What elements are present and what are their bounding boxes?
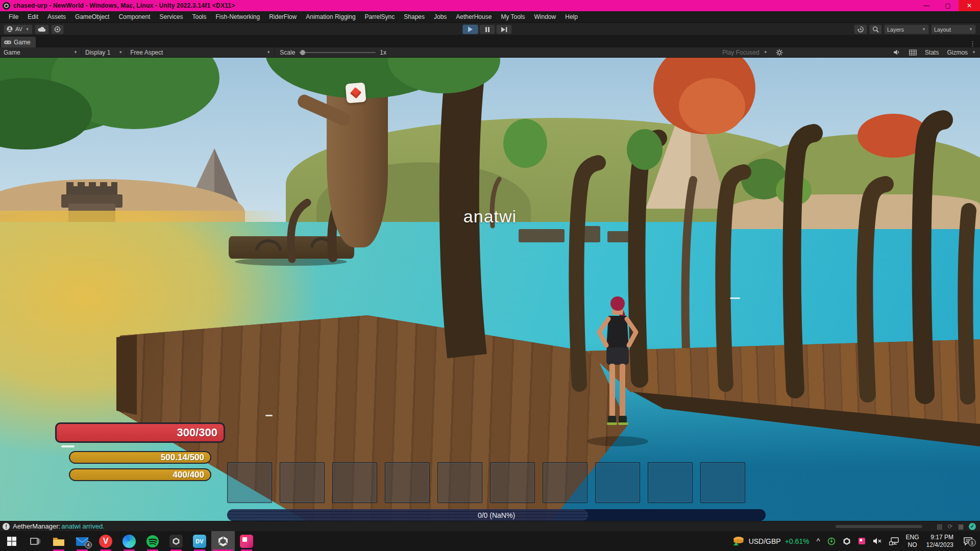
aspect-dropdown[interactable]: Free Aspect ▼ xyxy=(127,47,275,58)
version-control-button[interactable] xyxy=(51,24,64,34)
play-icon xyxy=(468,27,473,32)
menu-parrelsync[interactable]: ParrelSync xyxy=(360,11,400,23)
scale-slider[interactable] xyxy=(299,52,376,53)
menu-riderflow[interactable]: RiderFlow xyxy=(264,11,301,23)
hotbar-slot[interactable] xyxy=(490,462,535,503)
mute-audio-button[interactable] xyxy=(889,47,905,58)
menu-help[interactable]: Help xyxy=(560,11,582,23)
edge-icon xyxy=(122,535,136,548)
layers-dropdown[interactable]: Layers ▼ xyxy=(884,24,929,34)
start-button[interactable] xyxy=(0,531,23,551)
dv-app-button[interactable]: DV xyxy=(188,531,211,551)
gizmos-dropdown[interactable]: Gizmos ▼ xyxy=(943,47,980,58)
frame-debugger-button[interactable] xyxy=(905,47,921,58)
tab-options-kebab[interactable]: ⋮ xyxy=(965,40,980,47)
search-button[interactable] xyxy=(869,24,882,34)
maximize-button[interactable]: ▢ xyxy=(937,0,959,11)
view-tabbar: Game ⋮ xyxy=(0,36,980,47)
hotbar-slot[interactable] xyxy=(280,462,325,503)
refresh-icon[interactable]: ⟳ xyxy=(948,523,953,530)
health-value: 300/300 xyxy=(177,426,217,439)
spotify-icon xyxy=(146,535,159,548)
tray-unity-hub-icon[interactable] xyxy=(843,537,851,545)
hotbar-slot[interactable] xyxy=(385,462,430,503)
language-indicator[interactable]: ENG NO xyxy=(906,534,919,549)
experience-value: 0/0 (NaN%) xyxy=(478,511,515,519)
pause-button[interactable] xyxy=(479,24,495,34)
game-viewport[interactable]: anatwi 300/300 500.14/500 400/400 0/0 (N… xyxy=(0,58,980,521)
menu-services[interactable]: Services xyxy=(155,11,187,23)
account-label: AV xyxy=(15,26,22,32)
mail-badge: 4 xyxy=(85,541,92,548)
stock-widget[interactable]: USD/GBP +0.61% xyxy=(731,535,810,547)
experience-bar-fill xyxy=(227,509,588,521)
chevron-down-icon: ▼ xyxy=(266,50,271,55)
vsync-gear-button[interactable] xyxy=(772,47,787,58)
cache-server-icon[interactable]: ▤ xyxy=(937,523,942,530)
layout-dropdown[interactable]: Layout ▼ xyxy=(931,24,976,34)
menu-my-tools[interactable]: My Tools xyxy=(496,11,529,23)
unity-editor-button[interactable] xyxy=(211,531,235,551)
foliage-green xyxy=(503,119,547,168)
menu-gameobject[interactable]: GameObject xyxy=(70,11,114,23)
hotbar-slot[interactable] xyxy=(595,462,640,503)
stats-button[interactable]: Stats xyxy=(921,47,943,58)
mail-button[interactable]: 4 xyxy=(70,531,94,551)
tab-game[interactable]: Game xyxy=(1,37,36,47)
menu-jobs[interactable]: Jobs xyxy=(429,11,451,23)
hotbar-slot[interactable] xyxy=(227,462,272,503)
file-explorer-button[interactable] xyxy=(47,531,70,551)
network-icon[interactable] xyxy=(889,537,899,545)
notification-badge: 1 xyxy=(968,539,976,546)
hotbar-slot[interactable] xyxy=(332,462,377,503)
menu-assets[interactable]: Assets xyxy=(43,11,70,23)
display-dropdown[interactable]: Display 1 ▼ xyxy=(82,47,127,58)
scale-slider-knob[interactable] xyxy=(300,50,305,55)
auto-generate-icon[interactable]: ▦ xyxy=(958,523,964,530)
experience-bar: 0/0 (NaN%) xyxy=(227,509,766,521)
menu-edit[interactable]: Edit xyxy=(23,11,43,23)
close-button[interactable]: ✕ xyxy=(959,0,980,11)
clock[interactable]: 9:17 PM 12/4/2023 xyxy=(926,534,953,549)
rider-button[interactable] xyxy=(235,531,258,551)
status-message-prefix: AetherManager: xyxy=(13,522,60,530)
window-titlebar[interactable]: chased-urp - NewWorld - Windows, Mac, Li… xyxy=(0,0,980,11)
notification-center-button[interactable]: 1 xyxy=(961,537,975,545)
menu-file[interactable]: File xyxy=(4,11,23,23)
hotbar-slot[interactable] xyxy=(648,462,693,503)
volume-muted-icon[interactable] xyxy=(873,537,882,545)
user-icon xyxy=(7,26,13,32)
game-view-dropdown[interactable]: Game ▼ xyxy=(0,47,82,58)
menu-window[interactable]: Window xyxy=(530,11,561,23)
menu-shapes[interactable]: Shapes xyxy=(399,11,429,23)
tray-rider-icon[interactable] xyxy=(858,537,866,545)
layers-label: Layers xyxy=(887,27,904,33)
menu-tools[interactable]: Tools xyxy=(187,11,211,23)
minimize-button[interactable]: — xyxy=(916,0,937,11)
status-bar[interactable]: ! AetherManager: anatwi arrived. ▤ ⟳ ▦ ✓ xyxy=(0,521,980,531)
menu-component[interactable]: Component xyxy=(114,11,155,23)
hotbar-slot[interactable] xyxy=(437,462,482,503)
tray-chevron-icon[interactable]: ^ xyxy=(817,537,820,545)
hotbar-slot[interactable] xyxy=(543,462,587,503)
cloud-button[interactable] xyxy=(35,24,49,34)
vivaldi-button[interactable]: V xyxy=(94,531,117,551)
unity-hub-icon xyxy=(169,535,183,548)
undo-history-button[interactable] xyxy=(854,24,867,34)
game-view-toolbar: Game ▼ Display 1 ▼ Free Aspect ▼ Scale 1… xyxy=(0,47,980,58)
play-button[interactable] xyxy=(462,24,478,34)
play-focused-dropdown[interactable]: Play Focused ▼ xyxy=(718,47,772,58)
task-view-button[interactable] xyxy=(23,531,47,551)
unity-hub-button[interactable] xyxy=(164,531,188,551)
step-button[interactable] xyxy=(496,24,512,34)
cloud-icon xyxy=(38,27,46,32)
menu-aetherhouse[interactable]: AetherHouse xyxy=(451,11,496,23)
account-dropdown[interactable]: AV ▼ xyxy=(4,24,33,34)
spotify-button[interactable] xyxy=(141,531,164,551)
tray-network-app-icon[interactable] xyxy=(827,537,836,545)
hotbar-slot[interactable] xyxy=(700,462,745,503)
chevron-down-icon: ▼ xyxy=(764,50,768,55)
menu-animation-rigging[interactable]: Animation Rigging xyxy=(301,11,360,23)
edge-button[interactable] xyxy=(117,531,141,551)
menu-fish-networking[interactable]: Fish-Networking xyxy=(211,11,264,23)
